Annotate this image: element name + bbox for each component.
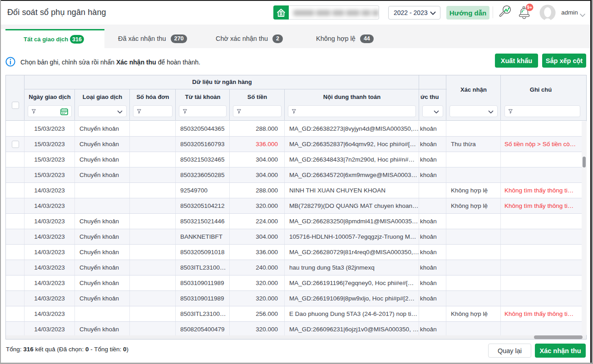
svg-text:9+: 9+ (527, 5, 533, 10)
